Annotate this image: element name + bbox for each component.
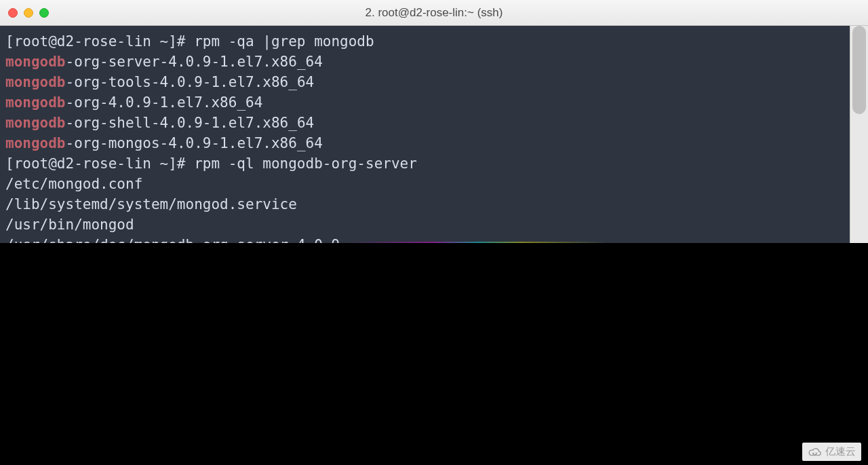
output-line: /usr/bin/mongod — [5, 215, 863, 235]
grep-rest: -org-shell-4.0.9-1.el7.x86_64 — [66, 115, 315, 131]
grep-rest: -org-server-4.0.9-1.el7.x86_64 — [66, 54, 323, 70]
cloud-icon — [808, 446, 823, 458]
window-titlebar: 2. root@d2-rose-lin:~ (ssh) — [0, 0, 868, 26]
grep-match: mongodb — [5, 74, 66, 90]
grep-match: mongodb — [5, 54, 66, 70]
prompt-prefix: [root@d2-rose-lin ~]# — [5, 33, 194, 50]
prompt-line: [root@d2-rose-lin ~]# rpm -ql mongodb-or… — [5, 153, 863, 174]
watermark-text: 亿速云 — [825, 445, 856, 458]
terminal-viewport[interactable]: [root@d2-rose-lin ~]# rpm -qa |grep mong… — [0, 26, 868, 243]
maximize-button[interactable] — [39, 8, 49, 18]
grep-match: mongodb — [5, 94, 66, 111]
output-line: mongodb-org-shell-4.0.9-1.el7.x86_64 — [5, 113, 863, 133]
prompt-line: [root@d2-rose-lin ~]# rpm -qa |grep mong… — [5, 31, 863, 52]
grep-rest: -org-4.0.9-1.el7.x86_64 — [66, 94, 263, 111]
close-button[interactable] — [8, 8, 18, 18]
output-line: /lib/systemd/system/mongod.service — [5, 194, 863, 215]
scrollbar-thumb[interactable] — [852, 26, 866, 114]
output-line: mongodb-org-mongos-4.0.9-1.el7.x86_64 — [5, 133, 863, 153]
command-text: rpm -qa |grep mongodb — [194, 33, 374, 50]
output-line: mongodb-org-tools-4.0.9-1.el7.x86_64 — [5, 72, 863, 92]
prompt-prefix: [root@d2-rose-lin ~]# — [5, 155, 194, 172]
grep-rest: -org-mongos-4.0.9-1.el7.x86_64 — [66, 135, 323, 151]
grep-match: mongodb — [5, 135, 66, 151]
traffic-lights — [8, 8, 49, 18]
grep-match: mongodb — [5, 115, 66, 131]
output-line: mongodb-org-4.0.9-1.el7.x86_64 — [5, 92, 863, 113]
watermark: 亿速云 — [802, 443, 861, 461]
output-line: mongodb-org-server-4.0.9-1.el7.x86_64 — [5, 52, 863, 72]
vertical-scrollbar[interactable] — [850, 26, 868, 243]
output-line: /usr/share/doc/mongodb-org-server-4.0.9 — [5, 235, 863, 243]
minimize-button[interactable] — [24, 8, 33, 18]
grep-rest: -org-tools-4.0.9-1.el7.x86_64 — [66, 74, 315, 90]
command-text: rpm -ql mongodb-org-server — [194, 155, 417, 172]
output-line: /etc/mongod.conf — [5, 174, 863, 194]
window-title: 2. root@d2-rose-lin:~ (ssh) — [0, 6, 868, 20]
